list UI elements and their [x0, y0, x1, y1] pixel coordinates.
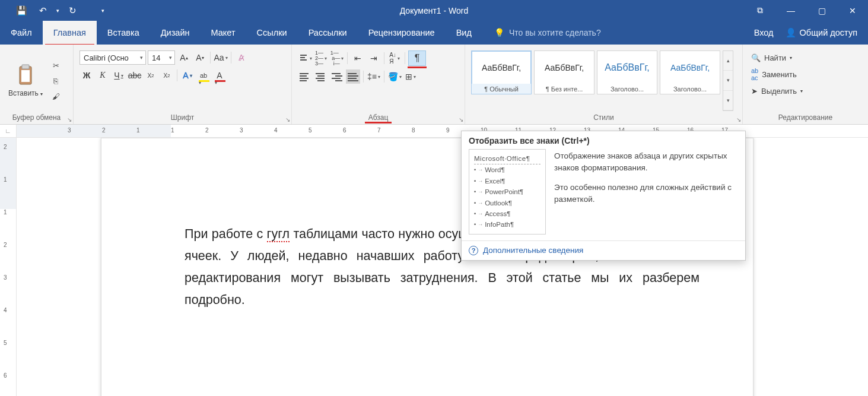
paragraph-launcher[interactable]: ↘ [459, 116, 463, 123]
find-label: Найти [764, 53, 786, 62]
font-launcher[interactable]: ↘ [285, 116, 290, 123]
select-button[interactable]: ➤Выделить ▾ [751, 84, 803, 98]
group-label-font: Шрифт [78, 113, 287, 124]
line-spacing-button[interactable]: ‡≡ [367, 69, 381, 84]
clear-formatting-button[interactable]: A̷ [234, 50, 249, 65]
tab-references[interactable]: Ссылки [246, 21, 298, 45]
tell-me-search[interactable]: 💡 Что вы хотите сделать? [494, 21, 601, 45]
styles-down[interactable]: ▾ [723, 71, 733, 90]
show-hide-marks-button[interactable]: ¶ [408, 50, 426, 66]
tooltip-preview-item: •→Excel¶ [474, 176, 540, 186]
style-heading2[interactable]: АаБбВвГг, Заголово... [660, 50, 720, 94]
justify-button[interactable] [346, 69, 360, 84]
title-bar: 💾 ↶ ▾ ↻ ▾ Документ1 - Word ⧉ — ▢ ✕ [0, 0, 868, 21]
lightbulb-icon: 💡 [494, 28, 504, 37]
cut-button[interactable]: ✂ [49, 59, 63, 72]
separator [384, 71, 384, 83]
styles-scroll: ▴ ▾ ▾ [723, 50, 733, 111]
shading-button[interactable]: 🪣 [387, 69, 402, 84]
svg-rect-2 [21, 70, 30, 82]
minimize-button[interactable]: — [775, 0, 806, 21]
tab-file[interactable]: Файл [0, 21, 43, 45]
sort-button[interactable]: А↓Я [387, 51, 402, 65]
tab-design[interactable]: Дизайн [150, 21, 201, 45]
bullets-button[interactable] [298, 51, 312, 65]
style-normal[interactable]: АаБбВвГг, ¶ Обычный [471, 50, 532, 94]
copy-button[interactable]: ⎘ [49, 74, 63, 87]
tooltip-desc2: Это особенно полезно для сложных действи… [554, 182, 738, 205]
find-button[interactable]: 🔍Найти ▾ [751, 50, 803, 65]
text-effects-button[interactable]: A [180, 68, 195, 83]
styles-up[interactable]: ▴ [723, 51, 733, 71]
style-name: ¶ Обычный [472, 84, 531, 94]
redo-button[interactable]: ↻ [62, 2, 83, 20]
increase-indent-button[interactable]: ⇥ [367, 51, 381, 65]
sign-in-button[interactable]: Вход [754, 28, 774, 37]
maximize-button[interactable]: ▢ [806, 0, 837, 21]
svg-rect-1 [22, 65, 29, 69]
italic-button[interactable]: К [96, 68, 110, 83]
group-editing: 🔍Найти ▾ abacЗаменить ➤Выделить ▾ Редакт… [743, 45, 868, 124]
align-left-button[interactable] [298, 69, 312, 84]
highlight-button[interactable]: ab [196, 68, 211, 83]
underline-button[interactable]: Ч [112, 68, 126, 83]
search-icon: 🔍 [751, 53, 761, 62]
multilevel-button[interactable]: 1— a— i— [330, 51, 344, 65]
style-name: ¶ Без инте... [535, 84, 594, 94]
format-painter-button[interactable]: 🖌 [49, 90, 63, 103]
replace-icon: abac [751, 67, 758, 81]
bold-button[interactable]: Ж [80, 68, 94, 83]
tab-review[interactable]: Рецензирование [358, 21, 446, 45]
separator [177, 69, 177, 81]
tooltip-preview-item: •→Word¶ [474, 164, 540, 175]
align-right-button[interactable] [330, 69, 344, 84]
ribbon-tabs: Файл Главная Вставка Дизайн Макет Ссылки… [0, 21, 868, 45]
font-name-combo[interactable]: Calibri (Осно [80, 50, 146, 65]
grow-font-button[interactable]: A▴ [177, 50, 191, 65]
numbering-button[interactable]: 1—2—3— [314, 51, 328, 65]
tab-selector[interactable]: ∟ [0, 125, 17, 137]
change-case-button[interactable]: Aa [214, 50, 228, 65]
shrink-font-button[interactable]: A▾ [193, 50, 207, 65]
share-button[interactable]: 👤 Общий доступ [786, 28, 857, 38]
ribbon-options-button[interactable]: ⧉ [745, 0, 775, 21]
group-label-clipboard: Буфер обмена [5, 113, 68, 124]
clipboard-launcher[interactable]: ↘ [67, 116, 72, 123]
subscript-button[interactable]: X2 [144, 68, 158, 83]
tooltip-title: Отобразить все знаки (Ctrl+*) [462, 131, 745, 149]
align-center-button[interactable] [314, 69, 328, 84]
style-heading1[interactable]: АаБбВвГг, Заголово... [597, 50, 657, 94]
style-preview: АаБбВвГг, [597, 51, 657, 84]
tab-insert[interactable]: Вставка [97, 21, 150, 45]
strikethrough-button[interactable]: abc [128, 68, 142, 83]
save-button[interactable]: 💾 [11, 2, 32, 20]
borders-button[interactable]: ⊞ [403, 69, 418, 84]
replace-button[interactable]: abacЗаменить [751, 67, 803, 81]
vertical-ruler[interactable]: 21123456 [0, 138, 17, 396]
qat-dropdown[interactable]: ▾ [53, 8, 62, 14]
font-color-button[interactable]: A [212, 68, 227, 83]
tab-view[interactable]: Вид [446, 21, 482, 45]
separator [363, 71, 364, 83]
help-icon: ? [469, 246, 478, 255]
decrease-indent-button[interactable]: ⇤ [351, 51, 365, 65]
ribbon: Вставить ▾ ✂ ⎘ 🖌 Буфер обмена ↘ Calibri … [0, 45, 868, 125]
show-marks-tooltip: Отобразить все знаки (Ctrl+*) Microsoft·… [461, 131, 746, 261]
tab-home[interactable]: Главная [43, 21, 97, 45]
undo-button[interactable]: ↶ [32, 2, 53, 20]
styles-launcher[interactable]: ↘ [736, 116, 741, 123]
share-label: Общий доступ [800, 28, 857, 37]
tooltip-more-link[interactable]: ? Дополнительные сведения [462, 240, 745, 260]
styles-more[interactable]: ▾ [723, 91, 733, 110]
tab-layout[interactable]: Макет [201, 21, 246, 45]
replace-label: Заменить [762, 70, 796, 79]
group-font: Calibri (Осно 14 A▴ A▾ Aa A̷ Ж К Ч abc X… [74, 45, 292, 124]
paste-button[interactable]: Вставить ▾ [5, 48, 46, 113]
font-size-combo[interactable]: 14 [148, 50, 175, 65]
tab-mailings[interactable]: Рассылки [298, 21, 358, 45]
tooltip-preview-item: •→Outlook¶ [474, 198, 540, 208]
qat-customize[interactable]: ▾ [98, 8, 107, 14]
superscript-button[interactable]: X2 [160, 68, 174, 83]
close-button[interactable]: ✕ [837, 0, 868, 21]
style-no-spacing[interactable]: АаБбВвГг, ¶ Без инте... [534, 50, 594, 94]
